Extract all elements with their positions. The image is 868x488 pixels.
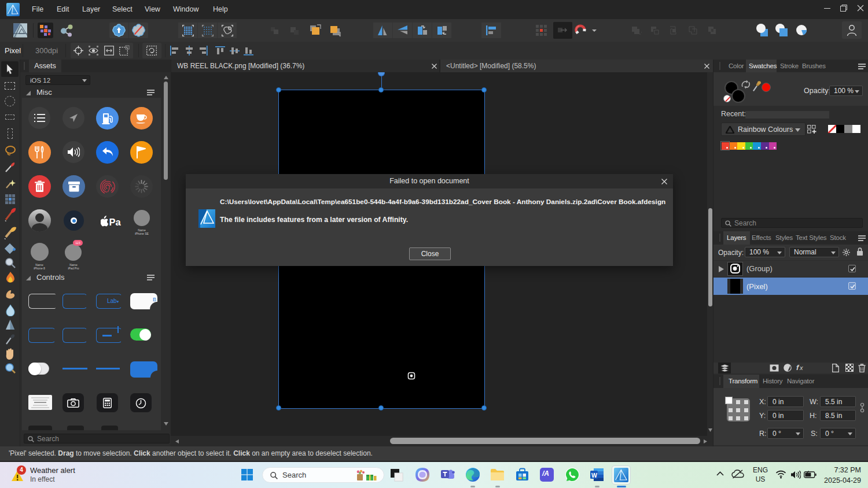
svg-text:Pa: Pa [109, 217, 122, 227]
svg-text:W: W [591, 472, 597, 479]
